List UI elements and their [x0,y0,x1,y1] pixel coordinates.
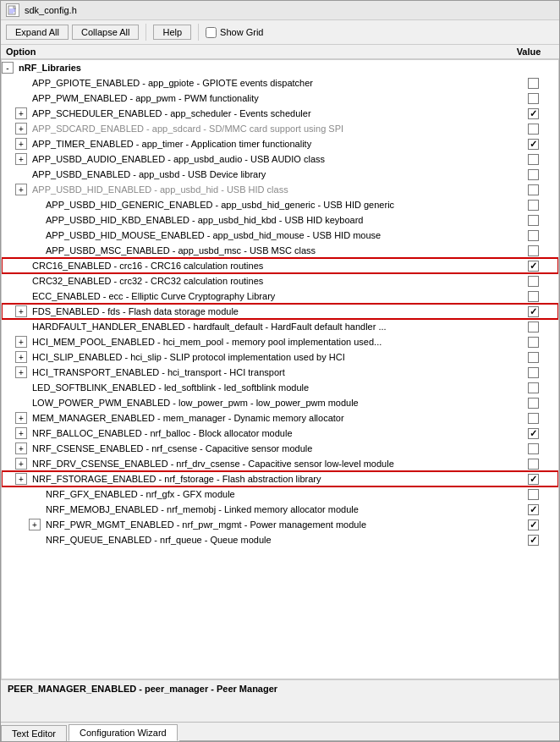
list-item[interactable]: LED_SOFTBLINK_ENABLED - led_softblink - … [2,380,558,395]
table-header: Option Value [1,45,559,59]
list-item[interactable]: HARDFAULT_HANDLER_ENABLED - hardfault_de… [2,319,558,334]
item-label: CRC32_ENABLED - crc32 - CRC32 calculatio… [29,276,508,286]
checkbox[interactable]: ✓ [528,519,539,530]
checkbox[interactable]: ✓ [528,108,539,119]
list-item[interactable]: APP_USBD_HID_KBD_ENABLED - app_usbd_hid_… [2,212,558,228]
checkbox[interactable] [528,245,539,256]
checkbox[interactable] [528,184,539,195]
list-item[interactable]: APP_USBD_MSC_ENABLED - app_usbd_msc - US… [2,243,558,258]
expand-icon[interactable]: + [15,107,27,119]
list-item[interactable]: APP_USBD_HID_GENERIC_ENABLED - app_usbd_… [2,197,558,212]
expand-icon[interactable]: + [15,458,27,470]
item-label: HCI_MEM_POOL_ENABLED - hci_mem_pool - me… [29,337,508,347]
list-item[interactable]: -nRF_Libraries [2,60,558,75]
expand-icon[interactable]: + [29,519,41,530]
list-item[interactable]: +HCI_TRANSPORT_ENABLED - hci_transport -… [2,365,558,380]
checkbox[interactable] [528,352,539,363]
expand-icon[interactable]: + [15,473,27,485]
checkbox[interactable] [528,337,539,348]
checkbox[interactable] [528,93,539,104]
checkbox[interactable] [528,459,539,470]
tab-text-editor[interactable]: Text Editor [1,725,67,741]
checkbox[interactable] [528,367,539,378]
list-item[interactable]: APP_GPIOTE_ENABLED - app_gpiote - GPIOTE… [2,75,558,91]
list-item[interactable]: +APP_SDCARD_ENABLED - app_sdcard - SD/MM… [2,121,558,136]
show-grid-checkbox[interactable] [206,27,217,38]
checkbox[interactable]: ✓ [528,474,539,485]
checkbox[interactable] [528,200,539,211]
list-item[interactable]: NRF_GFX_ENABLED - nrf_gfx - GFX module [2,486,558,502]
checkbox[interactable]: ✓ [528,428,539,439]
list-item[interactable]: APP_USBD_HID_MOUSE_ENABLED - app_usbd_hi… [2,228,558,243]
list-item[interactable]: +NRF_FSTORAGE_ENABLED - nrf_fstorage - F… [2,471,558,486]
expand-icon[interactable]: + [15,442,27,454]
tab-configuration-wizard[interactable]: Configuration Wizard [69,724,178,741]
checkbox[interactable]: ✓ [528,261,539,272]
checkbox[interactable]: ✓ [528,535,539,546]
item-label: APP_USBD_HID_ENABLED - app_usbd_hid - US… [29,184,508,195]
list-item[interactable]: +HCI_MEM_POOL_ENABLED - hci_mem_pool - m… [2,334,558,349]
list-item[interactable]: +HCI_SLIP_ENABLED - hci_slip - SLIP prot… [2,349,558,365]
list-item[interactable]: +NRF_CSENSE_ENABLED - nrf_csense - Capac… [2,441,558,456]
expand-icon[interactable]: + [15,305,27,317]
item-label: ECC_ENABLED - ecc - Elliptic Curve Crypt… [29,291,508,301]
list-item[interactable]: +NRF_PWR_MGMT_ENABLED - nrf_pwr_mgmt - P… [2,517,558,532]
checkbox-cell [508,276,558,287]
checkbox[interactable] [528,291,539,302]
file-icon [6,3,19,17]
list-item[interactable]: CRC32_ENABLED - crc32 - CRC32 calculatio… [2,273,558,289]
checkbox[interactable] [528,443,539,454]
item-label: APP_USBD_MSC_ENABLED - app_usbd_msc - US… [42,245,508,256]
checkbox[interactable] [528,489,539,500]
help-button[interactable]: Help [153,25,191,40]
list-item[interactable]: +FDS_ENABLED - fds - Flash data storage … [2,304,558,319]
expand-icon[interactable]: + [15,138,27,150]
checkbox[interactable] [528,124,539,135]
checkbox[interactable]: ✓ [528,504,539,515]
checkbox[interactable] [528,215,539,226]
expand-icon[interactable]: + [15,412,27,424]
checkbox[interactable] [528,413,539,424]
checkbox[interactable]: ✓ [528,139,539,150]
list-item[interactable]: +APP_USBD_HID_ENABLED - app_usbd_hid - U… [2,182,558,197]
expand-icon[interactable]: + [15,184,27,195]
collapse-icon[interactable]: - [2,62,14,74]
list-item[interactable]: APP_USBD_ENABLED - app_usbd - USB Device… [2,167,558,182]
item-label: LOW_POWER_PWM_ENABLED - low_power_pwm - … [29,398,508,408]
checkbox-cell: ✓ [508,535,558,546]
list-item[interactable]: +NRF_BALLOC_ENABLED - nrf_balloc - Block… [2,426,558,441]
expand-icon[interactable]: + [15,427,27,439]
list-item[interactable]: +APP_TIMER_ENABLED - app_timer - Applica… [2,136,558,151]
list-item[interactable]: +APP_USBD_AUDIO_ENABLED - app_usbd_audio… [2,151,558,167]
item-label: MEM_MANAGER_ENABLED - mem_manager - Dyna… [29,413,508,423]
expand-all-button[interactable]: Expand All [6,25,69,40]
expand-icon[interactable]: + [15,351,27,363]
expand-icon[interactable]: + [15,336,27,348]
checkbox[interactable] [528,398,539,409]
list-item[interactable]: +NRF_DRV_CSENSE_ENABLED - nrf_drv_csense… [2,456,558,471]
checkbox[interactable] [528,154,539,165]
checkbox[interactable] [528,276,539,287]
list-item[interactable]: NRF_MEMOBJ_ENABLED - nrf_memobj - Linked… [2,502,558,517]
checkbox[interactable] [528,169,539,180]
checkbox[interactable] [528,230,539,241]
checkbox[interactable]: ✓ [528,306,539,317]
checkbox[interactable] [528,322,539,333]
expand-icon[interactable]: + [15,366,27,378]
list-item[interactable]: CRC16_ENABLED - crc16 - CRC16 calculatio… [2,258,558,273]
checkbox[interactable] [528,78,539,89]
item-label: NRF_MEMOBJ_ENABLED - nrf_memobj - Linked… [42,504,508,514]
list-item[interactable]: +MEM_MANAGER_ENABLED - mem_manager - Dyn… [2,410,558,426]
list-item[interactable]: +APP_SCHEDULER_ENABLED - app_scheduler -… [2,106,558,121]
list-item[interactable]: ECC_ENABLED - ecc - Elliptic Curve Crypt… [2,289,558,304]
title-bar: sdk_config.h [1,1,559,20]
collapse-all-button[interactable]: Collapse All [72,25,139,40]
list-item[interactable]: APP_PWM_ENABLED - app_pwm - PWM function… [2,91,558,106]
list-item[interactable]: LOW_POWER_PWM_ENABLED - low_power_pwm - … [2,395,558,410]
expand-icon[interactable]: + [15,123,27,135]
list-item[interactable]: NRF_QUEUE_ENABLED - nrf_queue - Queue mo… [2,532,558,547]
checkbox-cell: ✓ [508,474,558,485]
item-label: NRF_BALLOC_ENABLED - nrf_balloc - Block … [29,428,508,438]
expand-icon[interactable]: + [15,153,27,165]
checkbox[interactable] [528,382,539,393]
